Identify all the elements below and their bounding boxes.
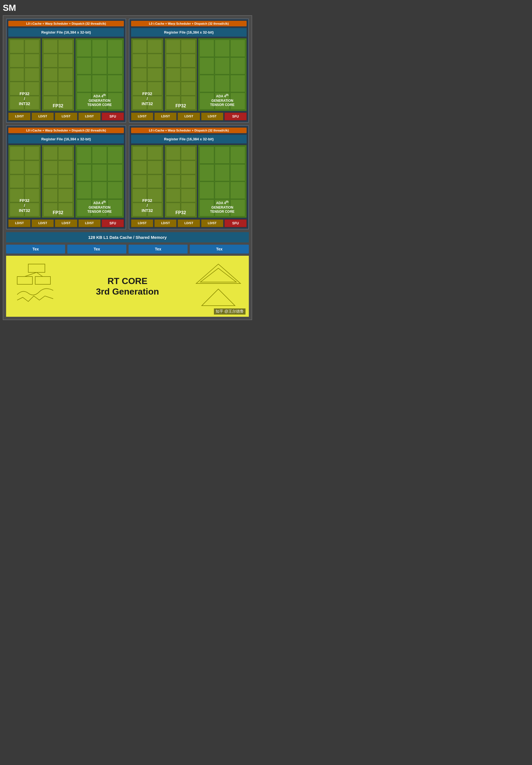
register-file-2: Register File (16,384 x 32-bit) bbox=[131, 28, 247, 37]
fp32-block-2: FP32 bbox=[164, 38, 197, 111]
rt-core-title: RT CORE bbox=[62, 276, 193, 286]
svg-marker-7 bbox=[202, 289, 235, 306]
svg-rect-0 bbox=[28, 264, 45, 273]
fp32-label-3: FP32 bbox=[42, 210, 74, 215]
bottom-units-3: LD/ST LD/ST LD/ST LD/ST SFU bbox=[8, 219, 124, 227]
ldst-2-4: LD/ST bbox=[201, 113, 223, 120]
fp32-block-1: FP32 bbox=[42, 38, 74, 111]
bvh-diagram bbox=[12, 261, 62, 311]
sub-sm-3: L0 i-Cache + Warp Scheduler + Dispatch (… bbox=[6, 125, 126, 229]
svg-rect-2 bbox=[35, 277, 50, 284]
fp32-int32-block-3: FP32/INT32 bbox=[8, 145, 41, 218]
bottom-units-1: LD/ST LD/ST LD/ST LD/ST SFU bbox=[8, 113, 124, 120]
rt-core-label: RT CORE 3rd Generation bbox=[62, 276, 193, 297]
ldst-2-1: LD/ST bbox=[131, 113, 153, 120]
tensor-label-4: ADA 4thGENERATIONTENSOR CORE bbox=[198, 200, 246, 214]
triangle-diagram bbox=[193, 261, 243, 311]
fp32-int32-label-1: FP32/INT32 bbox=[9, 91, 41, 106]
ldst-4-4: LD/ST bbox=[201, 219, 223, 227]
fp32-int32-block-2: FP32/INT32 bbox=[131, 38, 163, 111]
fp32-int32-label-3: FP32/INT32 bbox=[9, 198, 41, 213]
tensor-block-2: ADA 4thGENERATIONTENSOR CORE bbox=[198, 38, 247, 111]
warp-scheduler-4: L0 i-Cache + Warp Scheduler + Dispatch (… bbox=[131, 128, 247, 133]
ldst-4-1: LD/ST bbox=[131, 219, 153, 227]
ldst-1-3: LD/ST bbox=[55, 113, 77, 120]
tex-unit-1: Tex bbox=[6, 245, 65, 254]
compute-units-4: FP32/INT32 FP32 bbox=[131, 145, 247, 218]
register-file-3: Register File (16,384 x 32-bit) bbox=[8, 135, 124, 143]
ldst-4-2: LD/ST bbox=[154, 219, 176, 227]
rt-core-section: RT CORE 3rd Generation 知乎 @王尔德鲁 bbox=[6, 256, 249, 317]
tensor-label-3: ADA 4thGENERATIONTENSOR CORE bbox=[76, 200, 124, 214]
sfu-4: SFU bbox=[224, 219, 247, 227]
svg-line-3 bbox=[25, 273, 37, 277]
compute-units-3: FP32/INT32 FP32 bbox=[8, 145, 124, 218]
ldst-3-1: LD/ST bbox=[8, 219, 31, 227]
compute-units-2: FP32/INT32 FP32 bbox=[131, 38, 247, 111]
quad-grid: L0 i-Cache + Warp Scheduler + Dispatch (… bbox=[6, 19, 249, 229]
tex-unit-4: Tex bbox=[190, 245, 249, 254]
rt-core-subtitle: 3rd Generation bbox=[62, 286, 193, 297]
tensor-block-4: ADA 4thGENERATIONTENSOR CORE bbox=[198, 145, 247, 218]
fp32-int32-block-4: FP32/INT32 bbox=[131, 145, 163, 218]
fp32-int32-block-1: FP32/INT32 bbox=[8, 38, 41, 111]
ldst-4-3: LD/ST bbox=[177, 219, 200, 227]
register-file-4: Register File (16,384 x 32-bit) bbox=[131, 135, 247, 143]
tensor-block-1: ADA 4thGENERATIONTENSOR CORE bbox=[75, 38, 124, 111]
bottom-units-2: LD/ST LD/ST LD/ST LD/ST SFU bbox=[131, 113, 247, 120]
l1-cache: 128 KB L1 Data Cache / Shared Memory bbox=[6, 232, 249, 243]
warp-scheduler-3: L0 i-Cache + Warp Scheduler + Dispatch (… bbox=[8, 128, 124, 133]
register-file-1: Register File (16,384 x 32-bit) bbox=[8, 28, 124, 37]
sm-title: SM bbox=[3, 3, 252, 13]
svg-rect-1 bbox=[17, 277, 32, 284]
warp-scheduler-2: L0 i-Cache + Warp Scheduler + Dispatch (… bbox=[131, 21, 247, 26]
sfu-3: SFU bbox=[102, 219, 124, 227]
sfu-1: SFU bbox=[102, 113, 124, 120]
ldst-1-4: LD/ST bbox=[79, 113, 101, 120]
tensor-label-2: ADA 4thGENERATIONTENSOR CORE bbox=[198, 93, 246, 107]
fp32-label-2: FP32 bbox=[165, 103, 197, 109]
ldst-1-1: LD/ST bbox=[8, 113, 31, 120]
fp32-int32-label-2: FP32/INT32 bbox=[132, 91, 163, 106]
ldst-3-3: LD/ST bbox=[55, 219, 77, 227]
tex-unit-2: Tex bbox=[67, 245, 127, 254]
ldst-3-4: LD/ST bbox=[79, 219, 101, 227]
fp32-label-4: FP32 bbox=[165, 210, 197, 215]
ldst-1-2: LD/ST bbox=[32, 113, 54, 120]
watermark-label: 知乎 @王尔德鲁 bbox=[214, 309, 245, 315]
svg-line-4 bbox=[37, 273, 43, 277]
tensor-block-3: ADA 4thGENERATIONTENSOR CORE bbox=[75, 145, 124, 218]
tex-row: Tex Tex Tex Tex bbox=[6, 245, 249, 254]
sub-sm-2: L0 i-Cache + Warp Scheduler + Dispatch (… bbox=[129, 19, 249, 123]
tensor-label-1: ADA 4thGENERATIONTENSOR CORE bbox=[76, 93, 124, 107]
fp32-block-3: FP32 bbox=[42, 145, 74, 218]
bottom-units-4: LD/ST LD/ST LD/ST LD/ST SFU bbox=[131, 219, 247, 227]
compute-units-1: FP32/INT32 FP32 bbox=[8, 38, 124, 111]
warp-scheduler-1: L0 i-Cache + Warp Scheduler + Dispatch (… bbox=[8, 21, 124, 26]
ldst-3-2: LD/ST bbox=[32, 219, 54, 227]
sfu-2: SFU bbox=[224, 113, 247, 120]
fp32-block-4: FP32 bbox=[164, 145, 197, 218]
sub-sm-4: L0 i-Cache + Warp Scheduler + Dispatch (… bbox=[129, 125, 249, 229]
fp32-label-1: FP32 bbox=[42, 103, 74, 109]
sm-container: L0 i-Cache + Warp Scheduler + Dispatch (… bbox=[3, 15, 252, 320]
ldst-2-2: LD/ST bbox=[154, 113, 176, 120]
ldst-2-3: LD/ST bbox=[177, 113, 200, 120]
sub-sm-1: L0 i-Cache + Warp Scheduler + Dispatch (… bbox=[6, 19, 126, 123]
fp32-int32-label-4: FP32/INT32 bbox=[132, 198, 163, 213]
svg-marker-5 bbox=[196, 264, 240, 284]
tex-unit-3: Tex bbox=[129, 245, 187, 254]
